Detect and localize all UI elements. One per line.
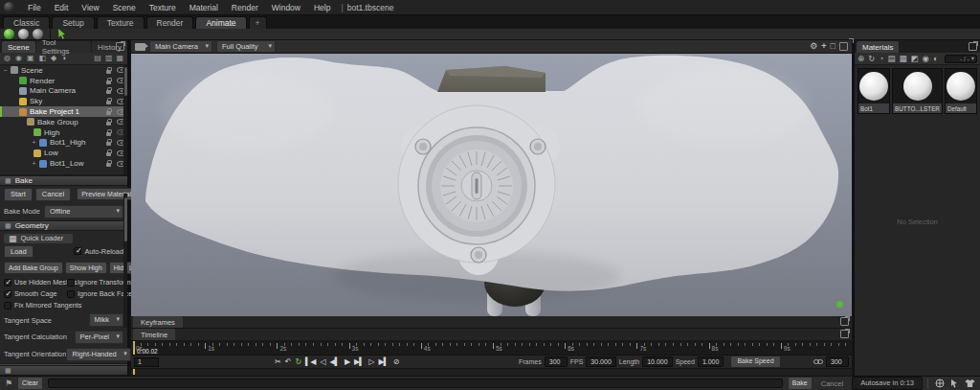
timeline-popout-icon[interactable] bbox=[840, 330, 849, 338]
bake-mode-dropdown[interactable]: Offline bbox=[44, 205, 123, 218]
clear-material-icon[interactable]: ◐ bbox=[933, 55, 938, 63]
tree-row[interactable]: Sky bbox=[0, 96, 127, 106]
material-tile[interactable]: Default bbox=[945, 68, 977, 114]
tree-row[interactable]: + Bot1_High bbox=[0, 138, 127, 149]
frames-field[interactable]: 300 bbox=[545, 356, 568, 368]
loop-button[interactable]: ↻ bbox=[295, 358, 301, 366]
lock-icon[interactable] bbox=[106, 160, 112, 167]
use-hidden-meshes-checkbox[interactable] bbox=[4, 279, 11, 287]
end-frame-field[interactable]: 300 bbox=[826, 356, 849, 368]
panel-tab[interactable]: Scene bbox=[2, 41, 35, 53]
load-button[interactable]: Load bbox=[4, 245, 33, 259]
layout-tab[interactable]: Setup bbox=[52, 16, 94, 29]
menu-item[interactable]: Texture bbox=[143, 3, 183, 12]
lock-icon[interactable] bbox=[106, 149, 112, 156]
add-object-icon[interactable]: ◍ bbox=[4, 55, 11, 62]
lock-icon[interactable] bbox=[106, 87, 112, 94]
return-button[interactable]: ↶ bbox=[285, 358, 291, 366]
add-light-icon[interactable]: ◉ bbox=[15, 55, 22, 62]
duplicate-icon[interactable]: ▥ bbox=[105, 55, 113, 62]
log-filter-icon[interactable]: ⚑ bbox=[5, 379, 12, 388]
lock-icon[interactable] bbox=[106, 139, 112, 146]
fix-mirrored-tangents-checkbox[interactable] bbox=[4, 302, 11, 310]
smooth-cage-checkbox[interactable] bbox=[4, 290, 11, 298]
tree-expander[interactable]: + bbox=[32, 160, 36, 167]
layout-tab[interactable]: Animate bbox=[195, 16, 246, 29]
tree-expander[interactable]: − bbox=[3, 67, 8, 74]
viewport-status-dot[interactable] bbox=[836, 301, 843, 308]
menu-item[interactable]: Scene bbox=[106, 3, 143, 12]
new-folder-icon[interactable]: ▤ bbox=[94, 55, 101, 62]
fps-field[interactable]: 30.000 bbox=[586, 356, 615, 368]
viewport-settings-gear-icon[interactable]: ⚙ bbox=[810, 42, 817, 51]
delete-icon[interactable]: ▦ bbox=[116, 55, 123, 62]
bake-start-button[interactable]: Start bbox=[4, 188, 33, 201]
add-layout-tab-button[interactable]: + bbox=[249, 16, 267, 29]
tree-row[interactable]: Low bbox=[0, 148, 127, 158]
tangent-orientation-dropdown[interactable]: Right-Handed bbox=[66, 348, 130, 361]
bake-section-header[interactable]: ▦ Bake bbox=[0, 175, 127, 186]
layout-tab[interactable]: Classic bbox=[3, 16, 50, 29]
panel-tab[interactable]: Tool Settings bbox=[36, 41, 91, 53]
step-forward-button[interactable]: ▶▍ bbox=[354, 358, 364, 366]
viewport-3d[interactable] bbox=[131, 54, 852, 316]
add-bake-group-button[interactable]: Add Bake Group bbox=[4, 262, 63, 274]
layout-tab[interactable]: Texture bbox=[97, 16, 145, 29]
material-sphere-toggle[interactable] bbox=[18, 29, 29, 39]
tree-expander[interactable]: + bbox=[32, 139, 36, 146]
step-back-button[interactable]: ◀▍ bbox=[330, 358, 340, 366]
assign-material-icon[interactable]: ◉ bbox=[922, 55, 928, 63]
pen-cursor-icon[interactable] bbox=[950, 379, 959, 388]
material-filter-field[interactable]: - / -▾ bbox=[945, 55, 977, 63]
play-button[interactable]: ▶ bbox=[345, 358, 349, 366]
pick-material-icon[interactable]: ◩ bbox=[910, 55, 918, 63]
viewport-frame-icon[interactable]: □ bbox=[831, 42, 835, 51]
lock-icon[interactable] bbox=[106, 119, 112, 126]
menu-item[interactable]: Edit bbox=[48, 3, 76, 12]
current-frame-field[interactable]: 1 bbox=[134, 357, 159, 367]
keyframes-tab[interactable]: Keyframes bbox=[133, 316, 183, 328]
lock-icon[interactable] bbox=[106, 78, 112, 84]
speed-field[interactable]: 1.000 bbox=[698, 356, 724, 368]
play-fast-button[interactable]: ▷ bbox=[368, 358, 373, 366]
viewer-sphere-icon[interactable] bbox=[935, 379, 945, 388]
play-reverse-button[interactable]: ◁ bbox=[320, 358, 324, 366]
material-tile[interactable]: Bot1 bbox=[858, 68, 890, 114]
ignore-back-faces-checkbox[interactable] bbox=[67, 290, 75, 298]
camera-dropdown[interactable]: Main Camera bbox=[149, 40, 212, 54]
add-camera-icon[interactable]: ▣ bbox=[27, 55, 34, 62]
menu-item[interactable]: File bbox=[21, 3, 48, 12]
geometry-section-header[interactable]: ▦ Geometry bbox=[0, 220, 127, 231]
length-field[interactable]: 10.000 bbox=[642, 356, 672, 368]
add-fog-icon[interactable]: ◑ bbox=[61, 55, 66, 62]
menu-item[interactable]: Render bbox=[225, 3, 265, 12]
lock-icon[interactable] bbox=[106, 98, 112, 104]
materials-tab[interactable]: Materials bbox=[857, 41, 899, 53]
menu-item[interactable]: Window bbox=[265, 3, 307, 12]
show-high-button[interactable]: Show High bbox=[65, 262, 107, 274]
keyframes-popout-icon[interactable] bbox=[840, 317, 849, 326]
tree-scrollbar[interactable] bbox=[123, 65, 127, 174]
tree-row[interactable]: Render bbox=[0, 76, 127, 86]
add-sky-icon[interactable]: ◧ bbox=[39, 55, 47, 62]
viewport-popout-icon[interactable] bbox=[839, 42, 848, 51]
lock-icon[interactable] bbox=[106, 108, 112, 115]
material-tile[interactable]: BUTTO...LSTER bbox=[892, 68, 943, 114]
tree-row[interactable]: Main Camera bbox=[0, 86, 127, 97]
tshirt-icon[interactable] bbox=[965, 379, 975, 388]
tree-row[interactable]: Bake Project 1 bbox=[0, 106, 127, 117]
menu-item[interactable]: Help bbox=[307, 3, 337, 12]
lock-icon[interactable] bbox=[106, 129, 112, 136]
status-cancel-button[interactable]: Cancel bbox=[817, 379, 847, 388]
status-bake-button[interactable]: Bake bbox=[788, 377, 813, 389]
instance-material-icon[interactable]: ◔ bbox=[879, 55, 883, 63]
delete-material-icon[interactable]: ▦ bbox=[899, 55, 906, 63]
quick-loader-header[interactable]: ▦ Quick Loader bbox=[4, 234, 73, 243]
timeline-tab[interactable]: Timeline bbox=[133, 329, 175, 340]
popout-icon[interactable] bbox=[116, 42, 124, 51]
bake-cancel-button[interactable]: Cancel bbox=[35, 188, 71, 201]
panel-scrollbar[interactable] bbox=[123, 194, 127, 328]
tangent-space-dropdown[interactable]: Mikk bbox=[89, 313, 123, 327]
add-shadow-icon[interactable]: ◆ bbox=[51, 55, 56, 62]
duplicate-material-icon[interactable]: ↻ bbox=[868, 55, 875, 63]
